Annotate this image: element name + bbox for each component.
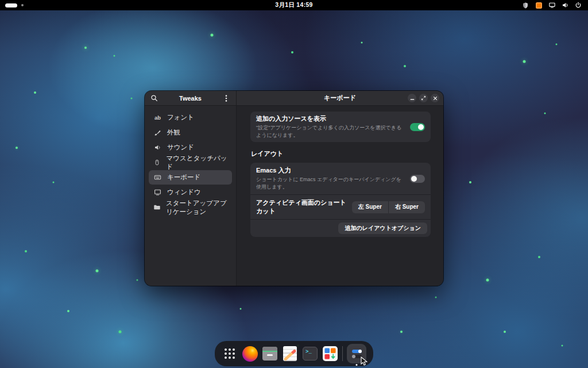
search-button[interactable] bbox=[149, 93, 159, 103]
minimize-button[interactable] bbox=[408, 94, 416, 102]
workspace-dot[interactable] bbox=[21, 4, 24, 6]
paintbrush-icon bbox=[153, 129, 162, 136]
restore-button[interactable] bbox=[419, 94, 428, 102]
firefox-icon[interactable] bbox=[242, 346, 258, 362]
software-icon[interactable] bbox=[322, 346, 338, 362]
sidebar-item-label: フォント bbox=[167, 113, 194, 122]
sidebar-item-label: 外観 bbox=[167, 128, 180, 137]
show-input-sources-title: 追加の入力ソースを表示 bbox=[256, 114, 403, 123]
sidebar: ab フォント 外観 サウンド bbox=[145, 106, 237, 286]
mouse-cursor bbox=[361, 356, 368, 368]
additional-layout-options-row: 追加のレイアウトオプション bbox=[250, 219, 431, 237]
input-method-badge-icon[interactable] bbox=[535, 1, 543, 9]
window-icon bbox=[153, 189, 162, 196]
overview-shortcut-label: アクティビティ画面のショートカット bbox=[256, 198, 352, 216]
shield-icon[interactable] bbox=[521, 1, 529, 9]
ab-glyph-icon: ab bbox=[153, 114, 162, 121]
sidebar-item-label: スタートアップアプリケーション bbox=[166, 199, 227, 216]
system-tray[interactable] bbox=[521, 1, 588, 9]
sidebar-item-sound[interactable]: サウンド bbox=[149, 140, 232, 155]
speaker-icon bbox=[153, 144, 162, 151]
sidebar-item-windows[interactable]: ウィンドウ bbox=[149, 185, 232, 200]
content-headerbar: キーボード bbox=[237, 91, 443, 105]
text-editor-icon[interactable] bbox=[282, 346, 298, 362]
menu-kebab-icon[interactable] bbox=[221, 93, 231, 103]
window-controls bbox=[408, 94, 439, 102]
right-super-button[interactable]: 右 Super bbox=[388, 201, 425, 213]
sidebar-item-fonts[interactable]: ab フォント bbox=[149, 110, 232, 125]
sidebar-item-label: ウィンドウ bbox=[167, 188, 201, 197]
overview-shortcut-row: アクティビティ画面のショートカット 左 Super 右 Super bbox=[250, 194, 431, 219]
sidebar-item-label: キーボード bbox=[167, 173, 200, 182]
volume-icon[interactable] bbox=[561, 1, 569, 9]
show-input-sources-toggle[interactable] bbox=[410, 123, 425, 131]
overview-shortcut-segmented: 左 Super 右 Super bbox=[352, 201, 425, 213]
app-grid-icon[interactable] bbox=[222, 346, 238, 362]
screen-icon[interactable] bbox=[548, 1, 556, 9]
sidebar-item-startup-applications[interactable]: スタートアップアプリケーション bbox=[149, 200, 232, 214]
sidebar-item-label: マウスとタッチパッド bbox=[167, 154, 227, 171]
workspace-indicator[interactable] bbox=[0, 3, 24, 7]
sidebar-headerbar: Tweaks bbox=[145, 91, 237, 105]
left-super-button[interactable]: 左 Super bbox=[352, 201, 388, 213]
clock[interactable]: 3月1日 14:59 bbox=[275, 1, 312, 9]
sidebar-item-keyboard[interactable]: キーボード bbox=[149, 170, 232, 185]
terminal-icon[interactable]: >_ bbox=[302, 346, 318, 362]
top-bar: 3月1日 14:59 bbox=[0, 0, 588, 10]
layout-section-title: レイアウト bbox=[251, 150, 431, 158]
additional-layout-options-button[interactable]: 追加のレイアウトオプション bbox=[338, 223, 427, 234]
sidebar-item-mouse-touchpad[interactable]: マウスとタッチパッド bbox=[149, 155, 232, 170]
emacs-input-toggle[interactable] bbox=[410, 175, 425, 183]
power-icon[interactable] bbox=[574, 1, 582, 9]
keyboard-settings-page: 追加の入力ソースを表示 "設定"アプリケーションでより多くの入力ソースを選択でき… bbox=[237, 106, 443, 286]
folder-icon bbox=[153, 204, 161, 211]
dock-separator bbox=[342, 346, 343, 361]
mouse-icon bbox=[153, 159, 161, 166]
tweaks-window: Tweaks キーボード bbox=[145, 91, 443, 286]
keyboard-icon bbox=[153, 174, 162, 181]
close-button[interactable] bbox=[431, 94, 439, 102]
sidebar-item-appearance[interactable]: 外観 bbox=[149, 125, 232, 140]
sidebar-item-label: サウンド bbox=[167, 143, 194, 152]
emacs-input-row: Emacs 入力 ショートカットに Emacs エディターのキーバインディングを… bbox=[250, 163, 431, 194]
show-input-sources-row: 追加の入力ソースを表示 "設定"アプリケーションでより多くの入力ソースを選択でき… bbox=[250, 112, 431, 142]
emacs-input-title: Emacs 入力 bbox=[256, 166, 403, 175]
emacs-input-subtitle: ショートカットに Emacs エディターのキーバインディングを使用します。 bbox=[256, 176, 403, 191]
files-icon[interactable] bbox=[262, 346, 278, 362]
desktop: 3月1日 14:59 Tweaks bbox=[0, 0, 588, 368]
wallpaper-speck-glow bbox=[0, 10, 1, 12]
dock: >_ bbox=[215, 341, 373, 366]
titlebar[interactable]: Tweaks キーボード bbox=[145, 91, 443, 106]
running-indicator-dot bbox=[356, 364, 358, 366]
show-input-sources-subtitle: "設定"アプリケーションでより多くの入力ソースを選択できるようになります。 bbox=[256, 124, 403, 139]
layout-group: Emacs 入力 ショートカットに Emacs エディターのキーバインディングを… bbox=[250, 163, 431, 237]
active-workspace-pill[interactable] bbox=[5, 3, 17, 7]
